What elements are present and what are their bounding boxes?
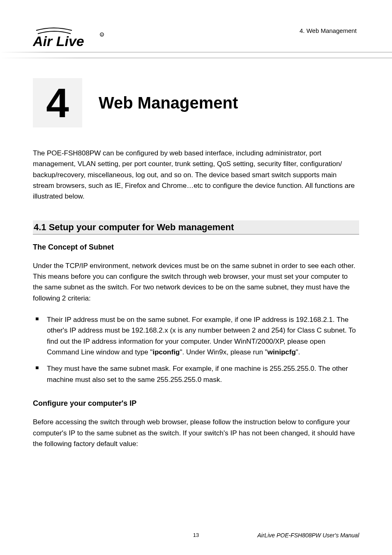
command-ipconfig: ipconfig: [152, 348, 180, 356]
criteria-list: Their IP address must be on the same sub…: [33, 314, 359, 385]
chapter-heading-row: 4 Web Management: [33, 78, 359, 127]
subheading-concept-of-subnet: The Concept of Subnet: [33, 243, 359, 252]
svg-text:R: R: [101, 34, 103, 36]
bullet-text-mid: ". Under Win9x, please run ": [180, 348, 267, 356]
section-heading: 4.1 Setup your computer for Web manageme…: [33, 220, 359, 235]
page-number: 13: [33, 532, 359, 538]
chapter-number-box: 4: [33, 78, 82, 127]
page-footer: 13 AirLive POE-FSH808PW User's Manual: [33, 532, 359, 539]
chapter-title: Web Management: [99, 94, 238, 112]
command-winipcfg: winipcfg: [267, 348, 296, 356]
header-divider: [0, 52, 392, 63]
list-item: Their IP address must be on the same sub…: [33, 314, 359, 358]
subheading-configure-ip: Configure your computer's IP: [33, 399, 359, 408]
concept-paragraph: Under the TCP/IP environment, network de…: [33, 261, 359, 304]
chapter-number: 4: [46, 82, 69, 123]
intro-paragraph: The POE-FSH808PW can be configured by we…: [33, 148, 359, 202]
svg-text:Air Live: Air Live: [33, 33, 84, 49]
header-section-label: 4. Web Management: [300, 27, 357, 34]
list-item: They must have the same subnet mask. For…: [33, 363, 359, 385]
header-row: Air Live R 4. Web Management: [33, 25, 359, 50]
configure-paragraph: Before accessing the switch through web …: [33, 417, 359, 449]
bullet-text-post: ".: [296, 348, 300, 356]
page: Air Live R 4. Web Management 4 Web Manag…: [0, 0, 392, 555]
brand-logo: Air Live R: [33, 25, 107, 50]
